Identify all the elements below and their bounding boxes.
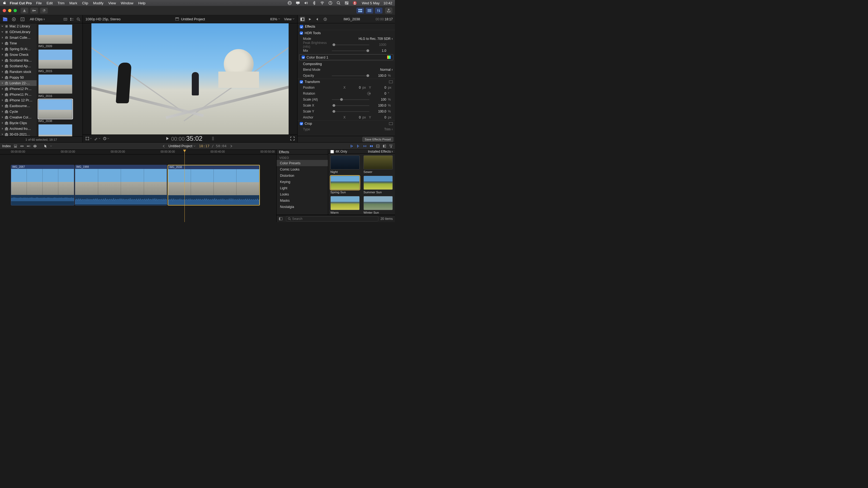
effects-category[interactable]: Light	[277, 185, 328, 191]
hdr-mode-select[interactable]: HLG to Rec. 709 SDR▴▾	[330, 37, 393, 41]
volume-icon[interactable]	[304, 1, 308, 5]
timeline-index-button[interactable]: Index	[2, 144, 11, 148]
colorboard-row[interactable]: Color Board 1	[299, 54, 393, 60]
menu-view[interactable]: View	[108, 1, 116, 5]
effects-category[interactable]: Masks	[277, 197, 328, 204]
library-item[interactable]: GDriveLibrary	[0, 29, 37, 35]
scalex-slider[interactable]	[332, 105, 369, 106]
library-item[interactable]: Time	[0, 40, 37, 46]
transform-checkbox[interactable]	[300, 80, 303, 84]
transform-tool[interactable]	[86, 137, 92, 140]
library-item[interactable]: iPhone11 Pr…	[0, 92, 37, 97]
play-icon[interactable]	[166, 137, 169, 140]
append-clip-icon[interactable]	[27, 144, 30, 148]
library-item[interactable]: Smart Colle…	[0, 35, 37, 40]
creative-cloud-icon[interactable]	[287, 1, 292, 5]
inspector-body[interactable]: Effects HDR Tools ModeHLG to Rec. 709 SD…	[298, 23, 395, 136]
video-inspector-tab[interactable]	[300, 17, 305, 22]
effects-category[interactable]: Color Presets	[277, 160, 328, 166]
menu-modify[interactable]: Modify	[93, 1, 103, 5]
audio-skimming-icon[interactable]	[356, 144, 360, 148]
show-browser-button[interactable]	[356, 8, 364, 13]
zoom-dropdown[interactable]: 83%	[270, 17, 280, 21]
crop-type-select[interactable]: Trim▴▾	[330, 127, 393, 131]
search-icon[interactable]	[76, 18, 80, 21]
show-timeline-button[interactable]	[366, 8, 373, 13]
display-icon[interactable]	[296, 1, 300, 5]
library-item[interactable]: 30-03-2021…	[0, 131, 37, 136]
clip-thumbnail[interactable]: IMG_2015	[38, 50, 81, 73]
zoom-window-button[interactable]	[13, 9, 17, 12]
library-item[interactable]: iPhone 12 Pr…	[0, 97, 37, 103]
effects-search-input[interactable]	[292, 217, 376, 221]
transform-show-button[interactable]	[389, 80, 393, 83]
library-item[interactable]: Cycle	[0, 109, 37, 115]
menu-file[interactable]: File	[36, 1, 42, 5]
timemachine-icon[interactable]	[328, 1, 333, 5]
clapperboard-icon[interactable]	[2, 16, 8, 22]
playhead[interactable]	[184, 150, 185, 222]
effects-category[interactable]: Keying	[277, 178, 328, 185]
4k-only-checkbox[interactable]	[330, 150, 334, 154]
menu-clip[interactable]: Clip	[82, 1, 88, 5]
connect-clip-icon[interactable]	[13, 144, 18, 148]
wifi-icon[interactable]	[320, 1, 324, 5]
menu-edit[interactable]: Edit	[46, 1, 53, 5]
effects-categories[interactable]: Color PresetsComic LooksDistortionKeying…	[277, 160, 328, 210]
retime-tool[interactable]	[103, 137, 109, 140]
photos-icon[interactable]	[11, 16, 17, 22]
timeline-project-dropdown[interactable]: Untitled Project	[168, 144, 195, 148]
library-item[interactable]: Spring St Al…	[0, 46, 37, 52]
basic-inspector-tab[interactable]	[307, 17, 313, 22]
app-name[interactable]: Final Cut Pro	[10, 1, 32, 5]
minimize-window-button[interactable]	[8, 9, 11, 12]
scaleall-slider[interactable]	[332, 99, 369, 100]
menu-window[interactable]: Window	[121, 1, 133, 5]
effects-checkbox[interactable]	[300, 25, 303, 29]
scaley-slider[interactable]	[332, 111, 369, 112]
timeline-clip[interactable]: IMG_2038	[167, 165, 260, 205]
colorboard-checkbox[interactable]	[302, 56, 305, 59]
audio-inspector-tab[interactable]	[315, 17, 320, 22]
mix-slider[interactable]	[332, 51, 369, 51]
library-item[interactable]: iPhone12 Pr…	[0, 86, 37, 92]
effect-preset[interactable]: Warm	[330, 196, 360, 214]
library-item[interactable]: Random stock	[0, 69, 37, 74]
overwrite-clip-icon[interactable]	[33, 144, 37, 148]
library-item[interactable]: Scotland Ap…	[0, 63, 37, 69]
clip-thumbnail[interactable]: IMG_2016	[38, 74, 81, 98]
clips-filter-dropdown[interactable]: All Clips▴▾	[30, 17, 45, 21]
insert-clip-icon[interactable]	[20, 144, 24, 148]
arrow-tool-icon[interactable]	[44, 144, 47, 148]
library-item[interactable]: Poppy 50	[0, 74, 37, 80]
library-item[interactable]: Archived fro…	[0, 126, 37, 131]
menu-mark[interactable]: Mark	[69, 1, 77, 5]
timeline[interactable]: 00:00:00:0000:00:10:0000:00:20:0000:00:3…	[0, 150, 276, 222]
effects-preview-icon[interactable]	[279, 217, 284, 221]
show-inspector-button[interactable]	[375, 8, 382, 13]
bluetooth-icon[interactable]	[312, 1, 316, 5]
save-effects-preset-button[interactable]: Save Effects Preset	[362, 137, 393, 142]
import-button[interactable]	[21, 8, 28, 13]
effects-browser-icon[interactable]	[382, 144, 386, 148]
titles-icon[interactable]: T	[20, 16, 26, 22]
timeline-fwd-icon[interactable]	[230, 145, 232, 148]
rotation-field[interactable]: 0°	[330, 91, 393, 96]
anchor-field[interactable]: X0pxY0px	[330, 116, 393, 119]
menu-trim[interactable]: Trim	[58, 1, 65, 5]
effects-search[interactable]	[286, 216, 378, 222]
library-item[interactable]: Eastbourne…	[0, 103, 37, 109]
clip-thumbnail[interactable]: IMG_2009	[38, 24, 81, 48]
bg-tasks-button[interactable]	[40, 8, 48, 13]
clip-thumbnail[interactable]: IMG_2038	[38, 99, 81, 123]
timeline-clip[interactable]: IMG_2087	[11, 165, 74, 205]
effect-preset[interactable]: Sewer	[364, 155, 393, 173]
solo-icon[interactable]	[363, 144, 367, 148]
fullscreen-icon[interactable]	[290, 137, 294, 140]
menu-help[interactable]: Help	[138, 1, 146, 5]
spotlight-icon[interactable]	[336, 1, 341, 5]
effects-category[interactable]: Nostalgia	[277, 204, 328, 210]
library-item[interactable]: Scotland Ma…	[0, 58, 37, 63]
effects-category[interactable]: Distortion	[277, 172, 328, 178]
user-icon[interactable]	[352, 1, 357, 5]
